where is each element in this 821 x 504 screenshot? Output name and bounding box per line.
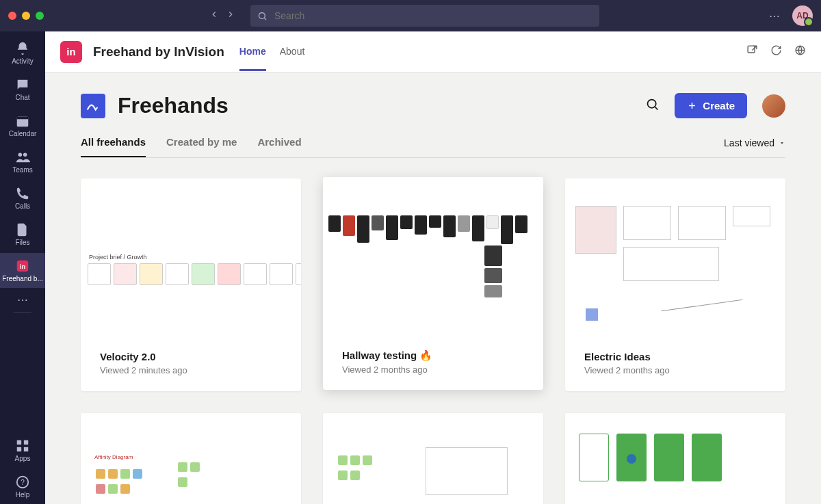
calendar-icon — [15, 114, 30, 129]
card-thumbnail — [565, 178, 785, 340]
app-title: Freehand by InVision — [93, 44, 224, 59]
svg-rect-11 — [24, 447, 28, 451]
page-title: Freehands — [118, 93, 229, 118]
phone-icon — [15, 186, 30, 201]
files-icon — [15, 222, 30, 237]
rail-item-calendar[interactable]: Calendar — [0, 108, 45, 143]
filter-tab-all[interactable]: All freehands — [81, 136, 146, 157]
search-input[interactable] — [274, 10, 592, 21]
card-thumbnail: Project brief / Growth — [81, 178, 301, 340]
freehand-logo-icon — [81, 94, 105, 118]
svg-text:?: ? — [21, 479, 25, 486]
filter-tab-mine[interactable]: Created by me — [166, 136, 237, 157]
app-header: in Freehand by InVision Home About — [45, 31, 821, 72]
workspace-avatar[interactable] — [762, 94, 785, 118]
page-search-icon[interactable] — [645, 97, 660, 114]
refresh-icon[interactable] — [770, 44, 782, 59]
freehand-card[interactable]: Hallway testing 🔥 Viewed 2 months ago — [323, 177, 543, 390]
svg-rect-8 — [17, 440, 21, 445]
rail-item-help[interactable]: ? Help — [0, 469, 45, 504]
rail-label: Calendar — [9, 130, 37, 137]
freehand-card[interactable]: Affinity Diagram — [81, 413, 301, 504]
freehand-card[interactable] — [323, 413, 543, 504]
card-subtitle: Viewed 2 minutes ago — [100, 365, 282, 375]
rail-item-freehand[interactable]: in Freehand b... — [0, 253, 45, 288]
chevron-down-icon — [779, 140, 785, 146]
svg-point-5 — [23, 153, 27, 157]
rail-label: Freehand b... — [2, 275, 42, 282]
card-thumbnail — [323, 413, 543, 504]
more-icon[interactable]: ⋯ — [769, 10, 780, 23]
popout-icon[interactable] — [746, 44, 758, 59]
rail-label: Apps — [15, 455, 31, 462]
rail-item-activity[interactable]: Activity — [0, 36, 45, 70]
rail-divider — [14, 312, 31, 313]
global-search[interactable] — [250, 5, 599, 27]
sort-label: Last viewed — [724, 137, 774, 148]
rail-more-icon[interactable]: ⋯ — [17, 293, 28, 306]
apps-icon — [15, 438, 30, 453]
create-button[interactable]: Create — [675, 93, 747, 118]
rail-item-apps[interactable]: Apps — [0, 433, 45, 468]
invision-icon: in — [15, 258, 30, 274]
filter-bar: All freehands Created by me Archived Las… — [81, 136, 785, 158]
card-subtitle: Viewed 2 months ago — [342, 364, 524, 375]
bell-icon — [15, 41, 30, 56]
freehand-grid: Project brief / Growth Velocity 2.0 View… — [81, 178, 785, 504]
card-title: Hallway testing 🔥 — [342, 349, 524, 362]
rail-item-calls[interactable]: Calls — [0, 181, 45, 215]
rail-label: Chat — [15, 94, 29, 101]
rail-item-chat[interactable]: Chat — [0, 72, 45, 107]
header-tab-home[interactable]: Home — [239, 32, 266, 71]
svg-rect-3 — [17, 117, 29, 120]
plus-icon — [687, 101, 697, 111]
svg-line-17 — [655, 107, 658, 110]
user-avatar[interactable]: AD — [792, 5, 813, 26]
help-icon: ? — [15, 475, 30, 490]
freehand-card[interactable]: Electric Ideas Viewed 2 months ago — [565, 178, 785, 391]
card-title: Velocity 2.0 — [100, 351, 282, 362]
create-button-label: Create — [703, 100, 735, 111]
svg-rect-10 — [17, 447, 21, 451]
filter-tab-archived[interactable]: Archived — [257, 136, 301, 157]
window-controls — [8, 12, 55, 20]
header-tab-about[interactable]: About — [280, 32, 305, 71]
svg-point-0 — [259, 12, 265, 18]
svg-point-16 — [648, 100, 656, 108]
fullscreen-window-icon[interactable] — [36, 12, 44, 20]
card-thumbnail — [565, 413, 785, 504]
chat-icon — [15, 77, 30, 92]
close-window-icon[interactable] — [8, 12, 16, 20]
freehand-card[interactable]: Project brief / Growth Velocity 2.0 View… — [81, 178, 301, 391]
app-rail: Activity Chat Calendar Teams Calls Files… — [0, 31, 45, 504]
rail-item-teams[interactable]: Teams — [0, 144, 45, 179]
card-thumbnail: Affinity Diagram — [81, 413, 301, 504]
svg-text:in: in — [20, 263, 26, 270]
card-subtitle: Viewed 2 months ago — [584, 365, 766, 375]
svg-line-1 — [264, 18, 266, 20]
search-icon — [257, 11, 268, 21]
sort-dropdown[interactable]: Last viewed — [724, 137, 785, 157]
teams-icon — [15, 150, 30, 165]
rail-label: Help — [16, 491, 30, 499]
card-title: Electric Ideas — [584, 351, 766, 362]
rail-item-files[interactable]: Files — [0, 217, 45, 252]
freehand-card[interactable] — [565, 413, 785, 504]
rail-label: Files — [15, 239, 29, 246]
minimize-window-icon[interactable] — [22, 12, 30, 20]
svg-point-4 — [18, 153, 22, 157]
invision-logo-icon: in — [60, 41, 82, 63]
rail-label: Calls — [15, 202, 30, 210]
rail-label: Activity — [12, 57, 34, 65]
svg-rect-9 — [24, 440, 28, 445]
title-bar: ⋯ AD — [0, 0, 821, 31]
forward-icon[interactable] — [226, 10, 235, 22]
card-thumbnail — [323, 177, 543, 339]
rail-label: Teams — [12, 166, 32, 174]
back-icon[interactable] — [209, 10, 219, 22]
globe-icon[interactable] — [794, 44, 806, 59]
content-area: Freehands Create All freehands Created b… — [45, 72, 821, 504]
